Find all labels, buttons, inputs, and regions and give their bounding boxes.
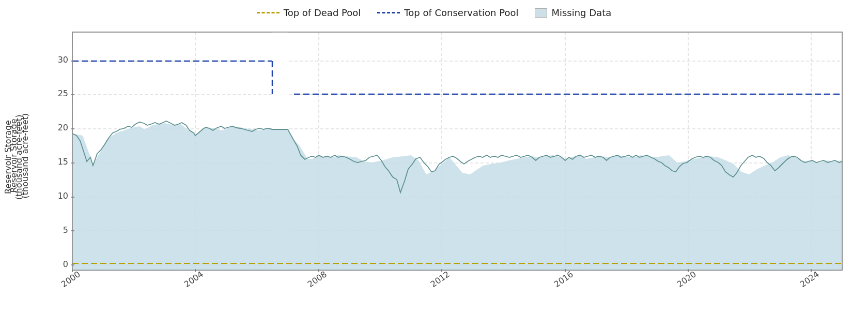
chart-container: Top of Dead Pool Top of Conservation Poo… (0, 0, 868, 326)
legend-missing-data: Missing Data (535, 7, 611, 18)
svg-text:2024: 2024 (798, 269, 821, 289)
y-axis-label: Reservoir Storage (thousand acre-feet) (4, 27, 35, 285)
svg-text:15: 15 (58, 157, 68, 167)
legend-missing-data-label: Missing Data (551, 7, 611, 18)
svg-text:2012: 2012 (429, 269, 452, 289)
svg-text:0: 0 (63, 259, 68, 269)
legend-dead-pool: Top of Dead Pool (257, 7, 361, 18)
svg-text:2016: 2016 (552, 269, 575, 289)
legend-conservation-pool-label: Top of Conservation Pool (404, 7, 518, 18)
legend-dead-pool-label: Top of Dead Pool (284, 7, 361, 18)
svg-text:5: 5 (63, 225, 68, 235)
svg-text:25: 25 (58, 88, 68, 98)
svg-text:20: 20 (58, 123, 68, 132)
svg-text:10: 10 (58, 191, 68, 201)
svg-text:2020: 2020 (675, 269, 698, 289)
legend-conservation-pool: Top of Conservation Pool (377, 7, 518, 18)
chart-svg: 0 5 10 15 20 25 30 2000 2004 2008 2012 2… (41, 27, 853, 309)
svg-text:2000: 2000 (59, 269, 82, 289)
svg-text:30: 30 (58, 55, 68, 65)
svg-text:2008: 2008 (306, 269, 329, 289)
svg-text:2004: 2004 (182, 269, 205, 289)
chart-legend: Top of Dead Pool Top of Conservation Poo… (0, 0, 868, 22)
